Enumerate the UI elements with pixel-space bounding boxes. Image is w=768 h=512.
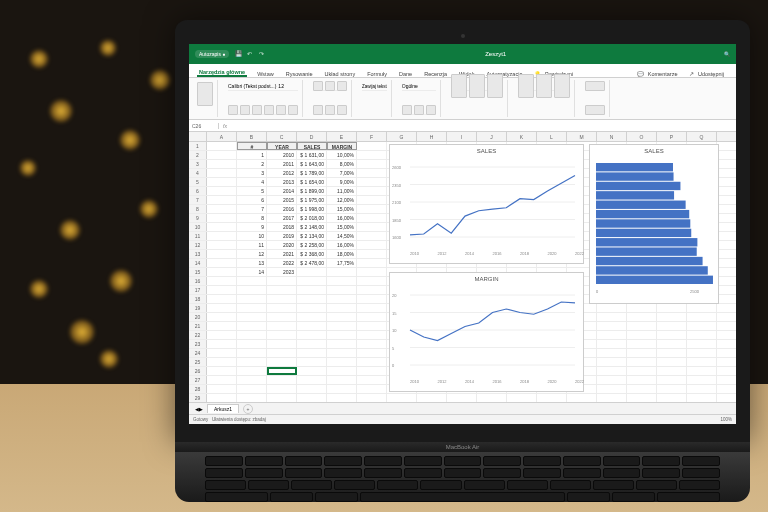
svg-rect-41 (596, 229, 691, 237)
svg-text:2016: 2016 (493, 379, 503, 384)
laptop: Autozapis ● 💾 ↶ ↷ Zeszyt1 🔍 Narzędzia gł… (175, 20, 750, 502)
format-table[interactable] (469, 74, 485, 98)
svg-text:2022: 2022 (575, 379, 585, 384)
quick-access-toolbar: 💾 ↶ ↷ (235, 50, 267, 58)
cell-styles[interactable] (487, 74, 503, 98)
share-button[interactable]: ↗ Udostępnij (687, 71, 728, 77)
svg-rect-34 (596, 163, 673, 171)
svg-text:2020: 2020 (548, 251, 558, 256)
status-bar: Gotowy Ułatwienia dostępu: zbadaj 100% (189, 414, 736, 424)
sheet-tabs: ◀ ▶ Arkusz1 + (189, 402, 736, 414)
bold-button[interactable] (228, 105, 238, 115)
svg-text:0: 0 (392, 363, 395, 368)
italic-button[interactable] (240, 105, 250, 115)
svg-text:2350: 2350 (392, 183, 402, 188)
col-header[interactable]: A (207, 132, 237, 141)
svg-text:2012: 2012 (438, 379, 448, 384)
titlebar: Autozapis ● 💾 ↶ ↷ Zeszyt1 🔍 (189, 44, 736, 64)
svg-text:2100: 2100 (392, 200, 402, 205)
svg-text:2014: 2014 (465, 251, 475, 256)
svg-rect-42 (596, 238, 697, 246)
next-sheet[interactable]: ▶ (199, 406, 203, 412)
svg-rect-44 (596, 257, 703, 265)
svg-rect-39 (596, 210, 689, 218)
svg-text:10: 10 (392, 328, 397, 333)
margin-line-chart[interactable]: MARGIN 201510502010201220142016201820202… (389, 272, 584, 392)
svg-text:2020: 2020 (548, 379, 558, 384)
format-cells[interactable] (554, 74, 570, 98)
spreadsheet-grid[interactable]: ABCDEFGHIJKLMNOPQ 1#YEARSALESMARGIN21201… (189, 132, 736, 412)
underline-button[interactable] (252, 105, 262, 115)
insert-cells[interactable] (518, 74, 534, 98)
comments-button[interactable]: 💬 Komentarze (635, 71, 681, 77)
svg-text:2018: 2018 (520, 379, 530, 384)
align-top[interactable] (313, 81, 323, 91)
align-bot[interactable] (337, 81, 347, 91)
zoom-level[interactable]: 100% (720, 417, 732, 422)
sales-line-chart[interactable]: SALES 2600235021001850160020102012201420… (389, 144, 584, 264)
laptop-brand: MacBook Air (175, 442, 750, 452)
svg-rect-45 (596, 266, 708, 274)
font-select[interactable]: Calibri (Tekst podst...) (228, 83, 276, 89)
svg-text:2016: 2016 (493, 251, 503, 256)
undo-icon[interactable]: ↶ (247, 50, 255, 58)
sort-filter[interactable] (585, 105, 605, 115)
svg-text:2012: 2012 (438, 251, 448, 256)
wrap-text[interactable]: Zawijaj tekst (362, 84, 387, 89)
svg-text:2500: 2500 (690, 289, 700, 294)
svg-text:2010: 2010 (410, 379, 420, 384)
percent-button[interactable] (414, 105, 424, 115)
svg-text:1850: 1850 (392, 218, 402, 223)
comma-button[interactable] (426, 105, 436, 115)
add-sheet[interactable]: + (243, 404, 253, 414)
svg-text:15: 15 (392, 311, 397, 316)
select-all[interactable] (189, 132, 207, 141)
svg-text:5: 5 (392, 346, 395, 351)
fx-icon[interactable]: fx (219, 123, 231, 129)
svg-rect-37 (596, 191, 674, 199)
svg-text:2018: 2018 (520, 251, 530, 256)
fill-button[interactable] (276, 105, 286, 115)
align-right[interactable] (337, 105, 347, 115)
svg-text:1600: 1600 (392, 235, 402, 240)
delete-cells[interactable] (536, 74, 552, 98)
column-headers: ABCDEFGHIJKLMNOPQ (189, 132, 736, 142)
align-center[interactable] (325, 105, 335, 115)
window-title: Zeszyt1 (267, 51, 724, 57)
tab-insert[interactable]: Wstaw (255, 71, 276, 77)
excel-window: Autozapis ● 💾 ↶ ↷ Zeszyt1 🔍 Narzędzia gł… (189, 44, 736, 424)
currency-button[interactable] (402, 105, 412, 115)
font-color-button[interactable] (288, 105, 298, 115)
tab-home[interactable]: Narzędzia główne (197, 69, 247, 77)
tab-data[interactable]: Dane (397, 71, 414, 77)
search-icon[interactable]: 🔍 (724, 51, 730, 57)
svg-rect-35 (596, 172, 674, 180)
name-box[interactable]: C26 (189, 123, 219, 129)
paste-button[interactable] (197, 82, 213, 106)
svg-rect-40 (596, 219, 690, 227)
autosum[interactable] (585, 81, 605, 91)
svg-text:20: 20 (392, 293, 397, 298)
tab-review[interactable]: Recenzja (422, 71, 449, 77)
border-button[interactable] (264, 105, 274, 115)
keyboard (175, 452, 750, 502)
tab-formulas[interactable]: Formuły (365, 71, 389, 77)
sales-bar-chart[interactable]: SALES 02500 (589, 144, 719, 304)
tab-draw[interactable]: Rysowanie (284, 71, 315, 77)
cond-format[interactable] (451, 74, 467, 98)
align-left[interactable] (313, 105, 323, 115)
sheet-tab[interactable]: Arkusz1 (207, 404, 239, 413)
svg-text:2014: 2014 (465, 379, 475, 384)
svg-text:2022: 2022 (575, 251, 585, 256)
number-format[interactable]: Ogólne (402, 83, 418, 89)
svg-rect-38 (596, 201, 686, 209)
save-icon[interactable]: 💾 (235, 50, 243, 58)
redo-icon[interactable]: ↷ (259, 50, 267, 58)
autosave-toggle[interactable]: Autozapis ● (195, 50, 229, 58)
tab-layout[interactable]: Układ strony (323, 71, 358, 77)
svg-text:2010: 2010 (410, 251, 420, 256)
align-mid[interactable] (325, 81, 335, 91)
svg-rect-46 (596, 276, 713, 284)
ribbon: Calibri (Tekst podst...) 12 Zawijaj teks… (189, 78, 736, 120)
svg-text:2600: 2600 (392, 165, 402, 170)
